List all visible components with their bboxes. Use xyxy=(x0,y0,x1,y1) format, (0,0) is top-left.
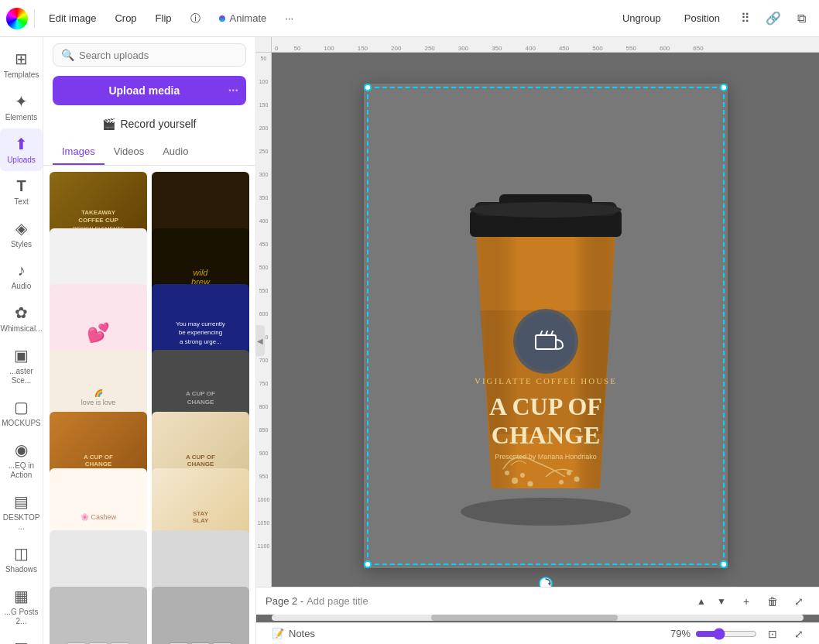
svg-point-15 xyxy=(527,481,533,487)
animate-button[interactable]: Animate xyxy=(211,9,275,28)
monotone-icon: ▩ xyxy=(14,639,29,644)
coffee-cup-svg: VIGILATTE COFFEE HOUSE A CUP OF CHANGE P… xyxy=(414,109,677,543)
expand-icon: ⤢ xyxy=(794,595,804,608)
record-yourself-button[interactable]: 🎬 Record yourself xyxy=(53,111,246,136)
bottom-page-bar: 📝 Notes 79% ⊡ ⤢ xyxy=(256,622,819,644)
grid-item[interactable] xyxy=(152,587,249,645)
search-box[interactable]: 🔍 xyxy=(53,43,246,67)
uploads-icon: ⬆ xyxy=(15,135,28,153)
canvas-area: 0 50 100 150 200 250 300 350 400 450 500… xyxy=(256,37,819,644)
zoom-slider[interactable] xyxy=(695,628,757,640)
flip-button[interactable]: Flip xyxy=(148,9,180,28)
info-button[interactable]: ⓘ xyxy=(183,8,208,29)
animate-dot-icon xyxy=(219,15,225,22)
sidebar-item-audio[interactable]: ♪ Audio xyxy=(0,255,43,297)
search-input[interactable] xyxy=(79,50,238,61)
link-icon: 🔗 xyxy=(766,11,781,26)
sidebar-item-monotone[interactable]: ▩ monotone ... xyxy=(0,632,43,644)
bottom-right: ▲ ▼ + 🗑 ⤢ xyxy=(692,591,810,612)
canvas-scroll[interactable]: VIGILATTE COFFEE HOUSE A CUP OF CHANGE P… xyxy=(272,53,819,587)
horizontal-scrollbar[interactable] xyxy=(272,615,804,621)
canvas-image[interactable]: VIGILATTE COFFEE HOUSE A CUP OF CHANGE P… xyxy=(364,84,728,568)
ig-posts-icon: ▦ xyxy=(14,587,29,605)
page-navigation: ▲ ▼ xyxy=(692,592,731,611)
sidebar-item-whimsical[interactable]: ✿ Whimsical... xyxy=(0,297,43,340)
svg-point-6 xyxy=(516,312,575,371)
sidebar-item-canva-q[interactable]: ◉ ...EQ in Action xyxy=(0,434,43,486)
audio-icon: ♪ xyxy=(18,262,26,279)
align-icon-button[interactable]: ⠿ xyxy=(734,7,757,30)
align-icon: ⠿ xyxy=(741,11,750,26)
page-down-button[interactable]: ▼ xyxy=(712,592,731,611)
scrollbar-thumb xyxy=(431,615,617,621)
expand-page-button[interactable]: ⤢ xyxy=(788,591,810,612)
notes-icon: 📝 xyxy=(272,628,284,639)
zoom-controls: 79% ⊡ ⤢ xyxy=(663,623,810,645)
canva-q-icon: ◉ xyxy=(15,440,28,459)
fullscreen-button[interactable]: ⤢ xyxy=(788,623,810,645)
upload-media-button[interactable]: Upload media ··· xyxy=(53,76,246,105)
link-icon-button[interactable]: 🔗 xyxy=(762,7,785,30)
toolbar-right: Ungroup Position ⠿ 🔗 ⧉ xyxy=(613,7,813,30)
add-page-icon: + xyxy=(743,595,749,608)
sidebar-item-shadows[interactable]: ◫ Shadows xyxy=(0,538,43,581)
sidebar-item-elements[interactable]: ✦ Elements xyxy=(0,86,43,128)
add-page-title[interactable]: Add page title xyxy=(307,595,368,607)
hide-panel-button[interactable]: ◀ xyxy=(255,325,265,356)
sidebar-item-styles[interactable]: ◈ Styles xyxy=(0,213,43,255)
trash-icon: 🗑 xyxy=(767,595,778,608)
fit-page-button[interactable]: ⊡ xyxy=(762,623,783,645)
record-icon: 🎬 xyxy=(102,118,115,130)
tab-audio[interactable]: Audio xyxy=(153,139,197,165)
fullscreen-icon: ⤢ xyxy=(794,628,804,640)
sidebar-item-ig-posts[interactable]: ▦ ...G Posts 2... xyxy=(0,581,43,632)
text-icon: T xyxy=(16,177,26,195)
search-area: 🔍 xyxy=(43,37,255,73)
desktop-icon: ▤ xyxy=(14,492,29,511)
color-swatch[interactable] xyxy=(6,8,28,29)
page-label: Page 2 - xyxy=(266,595,303,607)
svg-point-4 xyxy=(470,202,622,218)
info-icon: ⓘ xyxy=(190,12,200,26)
left-sidebar: ⊞ Templates ✦ Elements ⬆ Uploads T Text … xyxy=(0,37,43,644)
edit-image-button[interactable]: Edit image xyxy=(41,9,104,28)
uploads-tabs: Images Videos Audio xyxy=(43,139,255,166)
notes-button[interactable]: 📝 Notes xyxy=(266,625,321,642)
sidebar-item-mockups[interactable]: ▢ MOCKUPS xyxy=(0,392,43,434)
sidebar-item-desktop[interactable]: ▤ DESKTOP ... xyxy=(0,486,43,538)
canvas-page[interactable]: VIGILATTE COFFEE HOUSE A CUP OF CHANGE P… xyxy=(364,84,728,568)
rotate-handle[interactable] xyxy=(538,576,553,587)
svg-point-13 xyxy=(505,471,509,475)
svg-point-12 xyxy=(512,478,518,484)
toolbar-separator-1 xyxy=(34,9,35,28)
rotate-icon xyxy=(538,576,553,587)
tab-videos[interactable]: Videos xyxy=(105,139,154,165)
ungroup-button[interactable]: Ungroup xyxy=(613,9,670,28)
zoom-level: 79% xyxy=(663,628,690,639)
svg-point-14 xyxy=(520,473,525,478)
sidebar-item-templates[interactable]: ⊞ Templates xyxy=(0,43,43,86)
tab-images[interactable]: Images xyxy=(53,139,105,165)
delete-page-button[interactable]: 🗑 xyxy=(762,591,783,612)
duplicate-icon-button[interactable]: ⧉ xyxy=(790,7,813,30)
page-up-button[interactable]: ▲ xyxy=(692,592,711,611)
grid-item[interactable] xyxy=(50,587,147,645)
svg-text:Presented by Mariana Hondriako: Presented by Mariana Hondriako xyxy=(495,453,597,461)
page-title-area: Page 2 - Add page title xyxy=(266,595,686,607)
shadows-icon: ◫ xyxy=(14,544,29,563)
svg-point-0 xyxy=(461,498,631,526)
image-grid: TAKEAWAYCOFFEE CUPDESIGN ELEMENTS xyxy=(43,166,255,644)
sidebar-item-text[interactable]: T Text xyxy=(0,171,43,213)
crop-button[interactable]: Crop xyxy=(107,9,144,28)
hide-panel-icon: ◀ xyxy=(257,337,263,345)
search-icon: 🔍 xyxy=(61,49,74,61)
add-page-button[interactable]: + xyxy=(735,591,757,612)
sidebar-item-brand-scene[interactable]: ▣ ...aster Sce... xyxy=(0,340,43,392)
uploads-panel: 🔍 Upload media ··· 🎬 Record yourself Ima… xyxy=(43,37,256,644)
sidebar-item-uploads[interactable]: ⬆ Uploads xyxy=(0,128,43,171)
more-options-button[interactable]: ··· xyxy=(277,9,301,28)
mockups-icon: ▢ xyxy=(14,398,29,416)
position-button[interactable]: Position xyxy=(675,9,729,28)
svg-point-17 xyxy=(574,477,579,482)
svg-text:VIGILATTE COFFEE HOUSE: VIGILATTE COFFEE HOUSE xyxy=(475,376,617,385)
